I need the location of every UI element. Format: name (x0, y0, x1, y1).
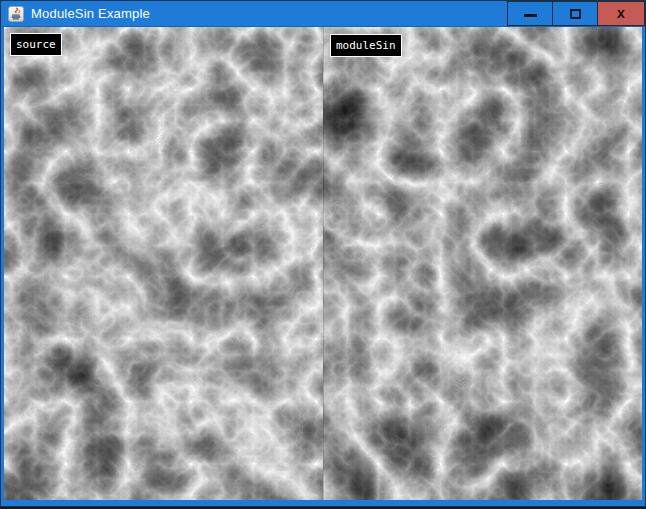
java-coffee-cup-icon (8, 6, 24, 22)
close-button[interactable]: x (597, 1, 645, 26)
window-controls: x (508, 1, 645, 26)
panel-label-source: source (10, 33, 62, 56)
render-canvas: source moduleSin (4, 27, 642, 503)
noise-panel-modulesin (323, 27, 642, 500)
maximize-icon (570, 9, 581, 19)
minimize-icon (524, 14, 537, 17)
panel-label-modulesin: moduleSin (330, 34, 402, 57)
panel-divider (323, 27, 324, 500)
minimize-button[interactable] (507, 1, 553, 26)
window-title: ModuleSin Example (31, 6, 150, 21)
app-window: ModuleSin Example x (0, 0, 646, 507)
maximize-button[interactable] (552, 1, 598, 26)
title-bar[interactable]: ModuleSin Example x (1, 1, 645, 27)
noise-panel-source (4, 27, 323, 500)
close-icon: x (617, 6, 625, 20)
